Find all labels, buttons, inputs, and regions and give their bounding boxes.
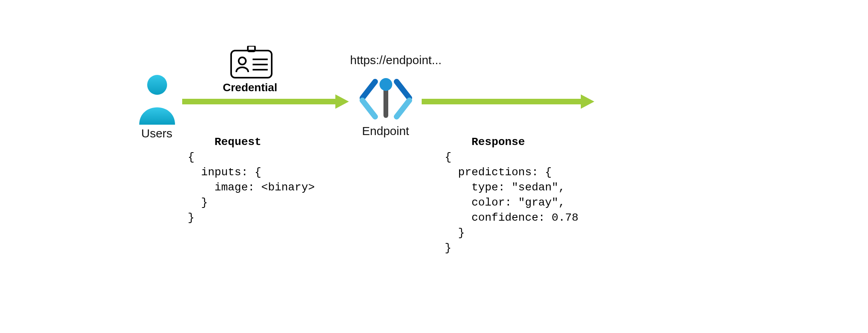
credential-label: Credential <box>223 81 277 94</box>
diagram-stage: Users Credential Request { inputs: { ima… <box>0 0 868 333</box>
response-l7: } <box>445 242 452 254</box>
request-l3: image: <binary> <box>188 181 315 194</box>
arrow-response <box>422 99 581 104</box>
arrow-response-head <box>581 94 594 109</box>
credential-icon <box>230 46 273 81</box>
request-l4: } <box>188 196 208 209</box>
response-l4: color: "gray", <box>445 196 565 209</box>
arrow-request <box>182 99 335 104</box>
request-l5: } <box>188 212 195 224</box>
users-label: Users <box>141 127 172 140</box>
svg-point-0 <box>147 75 167 95</box>
response-title: Response <box>471 136 525 148</box>
endpoint-url: https://endpoint... <box>350 53 442 67</box>
response-l2: predictions: { <box>445 166 552 178</box>
response-l5: confidence: 0.78 <box>445 212 578 224</box>
request-block: Request { inputs: { image: <binary> } } <box>188 119 315 241</box>
request-title: Request <box>214 136 261 148</box>
user-icon <box>135 74 179 127</box>
response-l6: } <box>445 227 465 239</box>
response-l3: type: "sedan", <box>445 181 565 194</box>
request-l2: inputs: { <box>188 166 261 178</box>
svg-point-8 <box>380 78 392 91</box>
endpoint-label: Endpoint <box>362 124 409 138</box>
svg-point-3 <box>239 57 246 65</box>
request-l1: { <box>188 151 195 163</box>
response-block: Response { predictions: { type: "sedan",… <box>445 119 578 271</box>
response-l1: { <box>445 151 452 163</box>
endpoint-icon <box>356 76 416 125</box>
arrow-request-head <box>335 94 349 109</box>
